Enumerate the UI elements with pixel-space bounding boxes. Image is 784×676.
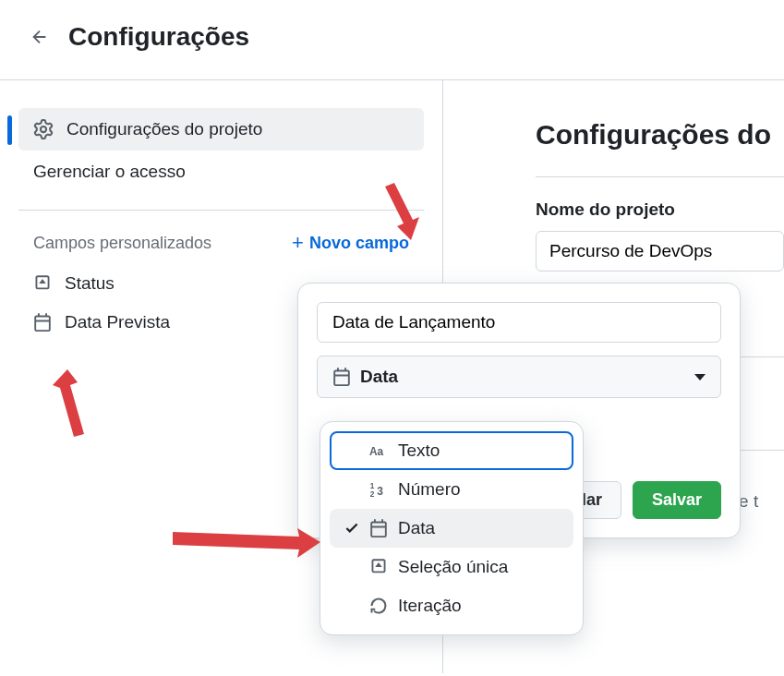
custom-fields-title: Campos personalizados xyxy=(33,234,211,253)
project-name-input[interactable] xyxy=(536,231,784,272)
calendar-icon xyxy=(332,368,351,386)
calendar-icon xyxy=(363,519,394,537)
field-item-label: Status xyxy=(65,273,115,294)
plus-icon: + xyxy=(292,231,304,255)
annotation-arrow xyxy=(168,519,325,565)
svg-text:2: 2 xyxy=(370,490,375,499)
single-select-icon xyxy=(363,558,394,576)
svg-marker-4 xyxy=(385,183,419,240)
annotation-arrow xyxy=(365,175,429,249)
field-name-input[interactable] xyxy=(317,302,721,343)
field-type-dropdown: Aa Texto 123 Número Data Seleção única I… xyxy=(320,421,584,635)
svg-text:3: 3 xyxy=(377,485,383,498)
divider xyxy=(536,176,784,177)
option-single-select[interactable]: Seleção única xyxy=(330,548,573,586)
annotation-arrow xyxy=(42,365,97,448)
caret-down-icon xyxy=(694,374,706,380)
option-date[interactable]: Data xyxy=(330,509,573,548)
field-type-select[interactable]: Data xyxy=(317,356,721,398)
option-label: Iteração xyxy=(398,596,462,616)
svg-marker-5 xyxy=(53,369,84,437)
check-icon xyxy=(341,520,363,537)
svg-marker-6 xyxy=(173,528,320,558)
sidebar-item-label: Gerenciar o acesso xyxy=(33,162,186,182)
option-text[interactable]: Aa Texto xyxy=(330,431,573,470)
sidebar-item-manage-access[interactable]: Gerenciar o acesso xyxy=(18,151,424,193)
option-iteration[interactable]: Iteração xyxy=(330,586,573,625)
option-label: Data xyxy=(398,518,435,538)
iteration-icon xyxy=(363,597,394,615)
svg-text:Aa: Aa xyxy=(369,445,384,458)
gear-icon xyxy=(33,119,54,139)
page-title: Configurações xyxy=(68,22,249,52)
option-label: Texto xyxy=(398,441,440,461)
sidebar-item-label: Configurações do projeto xyxy=(66,119,262,139)
main-title: Configurações do xyxy=(536,119,784,151)
sidebar-item-project-settings[interactable]: Configurações do projeto xyxy=(18,108,424,151)
select-label: Data xyxy=(360,367,398,387)
text-icon: Aa xyxy=(363,441,394,461)
number-icon: 123 xyxy=(363,479,394,500)
project-name-label: Nome do projeto xyxy=(536,199,784,220)
svg-text:1: 1 xyxy=(370,482,375,490)
calendar-icon xyxy=(33,313,52,332)
divider xyxy=(18,210,424,211)
option-number[interactable]: 123 Número xyxy=(330,470,573,509)
option-label: Seleção única xyxy=(398,557,508,577)
save-button[interactable]: Salvar xyxy=(633,481,721,519)
field-item-label: Data Prevista xyxy=(65,312,170,332)
back-arrow-icon[interactable] xyxy=(30,27,50,47)
single-select-icon xyxy=(33,274,52,293)
option-label: Número xyxy=(398,479,461,500)
